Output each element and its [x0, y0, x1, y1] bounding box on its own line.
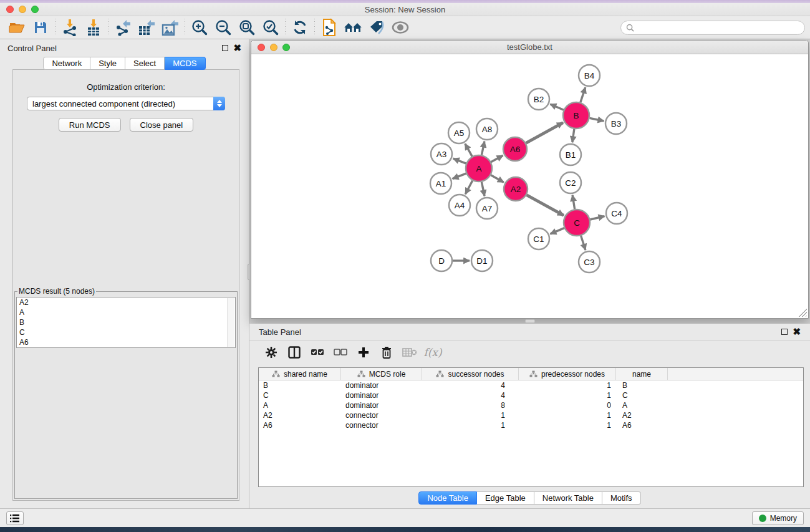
show-details-button[interactable]: [388, 18, 412, 37]
scrollbar[interactable]: [227, 298, 234, 347]
network-edge[interactable]: [491, 175, 504, 183]
import-table-button[interactable]: [82, 18, 105, 37]
tab-edge-table[interactable]: Edge Table: [477, 491, 534, 505]
network-edge[interactable]: [581, 87, 586, 102]
network-node[interactable]: C3: [579, 251, 600, 273]
delete-column-button[interactable]: [377, 344, 396, 361]
task-history-button[interactable]: [6, 511, 24, 525]
tab-style[interactable]: Style: [90, 57, 125, 70]
zoom-selected-button[interactable]: [259, 18, 282, 37]
save-session-button[interactable]: [29, 18, 52, 37]
column-header-mcds-role[interactable]: MCDS role: [341, 368, 422, 380]
run-mcds-button[interactable]: Run MCDS: [59, 118, 121, 132]
network-node[interactable]: A5: [448, 122, 470, 143]
table-row[interactable]: Adominator80A: [259, 400, 803, 410]
network-edge[interactable]: [590, 216, 604, 220]
network-node[interactable]: A6: [503, 137, 527, 161]
tab-select[interactable]: Select: [125, 57, 165, 70]
close-panel-icon[interactable]: ✖: [233, 45, 241, 51]
table-settings-button[interactable]: [262, 344, 281, 361]
tab-network-table[interactable]: Network Table: [534, 491, 602, 505]
export-table-button[interactable]: [135, 18, 158, 37]
network-node[interactable]: C4: [606, 203, 627, 224]
delete-table-button[interactable]: [400, 344, 419, 361]
tab-motifs[interactable]: Motifs: [602, 491, 641, 505]
search-input[interactable]: [637, 23, 799, 32]
resize-grip[interactable]: [799, 309, 807, 317]
open-session-button[interactable]: [5, 18, 29, 37]
tab-mcds[interactable]: MCDS: [165, 57, 205, 70]
network-node[interactable]: A1: [430, 173, 451, 194]
network-node[interactable]: D: [431, 250, 452, 271]
network-edge[interactable]: [527, 195, 564, 216]
column-header-predecessor-nodes[interactable]: predecessor nodes: [519, 368, 616, 380]
search-field[interactable]: [620, 21, 805, 35]
export-image-button[interactable]: [158, 18, 182, 37]
network-node[interactable]: B1: [560, 144, 581, 165]
zoom-fit-button[interactable]: [235, 18, 259, 37]
network-edge[interactable]: [550, 228, 564, 235]
network-edge[interactable]: [550, 104, 563, 110]
table-row[interactable]: A6connector11A6: [259, 420, 803, 430]
float-table-panel-icon[interactable]: [781, 329, 788, 335]
column-header-shared-name[interactable]: shared name: [259, 368, 341, 380]
network-edge[interactable]: [453, 173, 466, 179]
network-node[interactable]: B4: [579, 65, 600, 86]
network-edge[interactable]: [453, 158, 466, 163]
network-node[interactable]: C1: [528, 228, 549, 249]
network-node[interactable]: B3: [605, 113, 627, 134]
table-row[interactable]: A2connector11A2: [259, 410, 803, 420]
zoom-in-button[interactable]: [188, 18, 211, 37]
optimization-criterion-select[interactable]: largest connected component (directed): [27, 97, 225, 110]
select-all-button[interactable]: [308, 344, 327, 361]
network-node[interactable]: A7: [476, 198, 498, 219]
network-edge[interactable]: [465, 143, 472, 156]
mcds-result-item[interactable]: C: [17, 327, 235, 337]
network-edge[interactable]: [590, 118, 604, 121]
network-edge[interactable]: [481, 142, 485, 155]
column-header-successor-nodes[interactable]: successor nodes: [422, 368, 519, 380]
network-node[interactable]: C: [564, 210, 590, 236]
mcds-result-item[interactable]: B: [17, 317, 235, 327]
mcds-result-list[interactable]: A2ABCA6: [16, 297, 236, 348]
network-edge[interactable]: [572, 129, 574, 142]
zoom-out-button[interactable]: [211, 18, 235, 37]
column-header-name[interactable]: name: [616, 368, 668, 380]
refresh-button[interactable]: [288, 18, 312, 37]
network-node[interactable]: A4: [449, 195, 470, 216]
horizontal-divider[interactable]: [249, 319, 810, 324]
network-edge[interactable]: [491, 155, 503, 162]
show-columns-button[interactable]: [285, 344, 304, 361]
network-canvas[interactable]: ABCA6A2A5A8A3A1A4A7B4B2B3B1C2C4C1C3DD1: [251, 54, 808, 318]
deselect-all-button[interactable]: [331, 344, 350, 361]
network-edge[interactable]: [581, 236, 586, 250]
network-edge[interactable]: [481, 182, 485, 196]
network-edge[interactable]: [526, 123, 563, 143]
mcds-result-item[interactable]: A6: [17, 337, 235, 347]
table-row[interactable]: Cdominator41C: [259, 390, 803, 400]
home-button[interactable]: [341, 18, 365, 37]
network-node[interactable]: A8: [476, 118, 498, 140]
network-node[interactable]: D1: [471, 250, 493, 271]
network-node[interactable]: B: [563, 102, 589, 128]
add-column-button[interactable]: [354, 344, 373, 361]
close-panel-button[interactable]: Close panel: [130, 118, 194, 132]
memory-button[interactable]: Memory: [752, 511, 804, 525]
export-network-button[interactable]: [111, 18, 135, 37]
divider-handle[interactable]: [525, 319, 535, 323]
network-node[interactable]: A2: [504, 177, 528, 201]
network-edge[interactable]: [572, 195, 575, 210]
float-panel-icon[interactable]: [222, 45, 228, 51]
duplicate-network-button[interactable]: [317, 18, 341, 37]
network-node[interactable]: C2: [560, 172, 581, 193]
function-builder-button[interactable]: f(x): [423, 344, 442, 361]
tab-node-table[interactable]: Node Table: [418, 491, 477, 505]
tab-network[interactable]: Network: [43, 57, 90, 70]
import-network-button[interactable]: [58, 18, 82, 37]
hide-labels-button[interactable]: [365, 18, 388, 37]
table-row[interactable]: Bdominator41B: [259, 380, 803, 390]
mcds-result-item[interactable]: A2: [17, 297, 235, 307]
mcds-result-item[interactable]: A: [17, 307, 235, 317]
close-table-panel-icon[interactable]: ✖: [793, 329, 801, 335]
network-edge[interactable]: [465, 180, 472, 194]
